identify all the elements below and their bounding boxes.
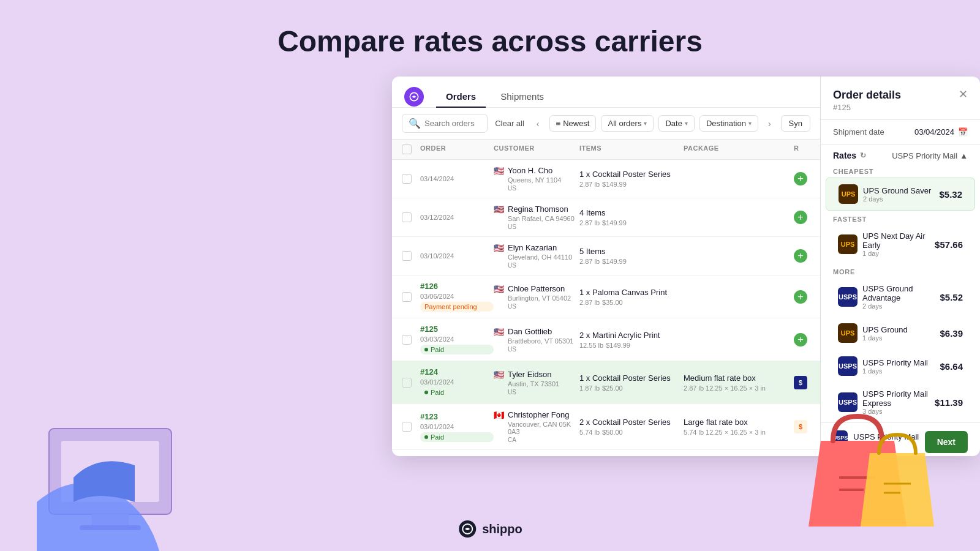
app-logo — [404, 87, 424, 107]
decoration-right — [772, 392, 943, 551]
tab-orders[interactable]: Orders — [436, 86, 486, 108]
calendar-icon[interactable]: 📅 — [958, 127, 968, 137]
rates-header: Rates ↻ USPS Priority Mail ▲ — [821, 144, 980, 164]
order-date: 03/14/2024 — [420, 175, 494, 182]
sort-icon: ≡ — [556, 119, 561, 128]
next-arrow[interactable]: › — [763, 116, 776, 131]
rate-badge: $ — [794, 376, 807, 389]
carrier-name: USPS Priority Mail — [862, 358, 928, 367]
items-meta: 2.87 lb $149.99 — [579, 258, 684, 265]
filter-destination-button[interactable]: Destination ▾ — [699, 115, 758, 132]
customer-name: Elyn Kazarian — [508, 243, 572, 252]
order-number: #126 — [420, 282, 494, 291]
items-meta: 2.87 lb $149.99 — [579, 181, 684, 188]
flag-icon: 🇨🇦 — [494, 410, 504, 420]
table-row[interactable]: 03/12/2024 🇺🇸 Regina Thomson San Rafael,… — [392, 198, 820, 237]
refresh-icon[interactable]: ↻ — [860, 151, 866, 160]
items-meta: 2.87 lb $35.00 — [579, 299, 684, 306]
clear-all-button[interactable]: Clear all — [492, 119, 527, 128]
customer-location: Austin, TX 73301 — [508, 380, 559, 388]
items-info: 2 x Martini Acrylic Print 12.55 lb $149.… — [579, 331, 684, 349]
table-row[interactable]: #123 03/01/2024 Paid 🇨🇦 Christopher Fong… — [392, 404, 820, 450]
country-code: CA — [508, 437, 579, 443]
flag-icon: 🇺🇸 — [494, 327, 504, 337]
row-checkbox[interactable] — [402, 378, 412, 388]
prev-arrow[interactable]: ‹ — [532, 116, 545, 131]
items-meta: 2.87 lb $149.99 — [579, 219, 684, 227]
customer-col-header: CUSTOMER — [494, 144, 579, 154]
order-info: #123 03/01/2024 Paid — [420, 412, 494, 442]
order-number: #124 — [420, 367, 494, 377]
table-row[interactable]: #126 03/06/2024 Payment pending 🇺🇸 Chloe… — [392, 276, 820, 318]
items-name: 1 x Cocktail Poster Series — [579, 170, 684, 179]
row-checkbox[interactable] — [402, 422, 412, 432]
row-checkbox[interactable] — [402, 292, 412, 302]
tab-shipments[interactable]: Shipments — [491, 86, 554, 108]
add-package-button[interactable]: + — [794, 172, 807, 186]
customer-location: Cleveland, OH 44110 — [508, 253, 572, 261]
add-package-button[interactable]: + — [794, 333, 807, 347]
chevron-down-icon: ▾ — [644, 120, 647, 127]
table-row[interactable]: 03/14/2024 🇺🇸 Yoon H. Cho Queens, NY 110… — [392, 160, 820, 198]
items-info: 1 x Paloma Canvas Print 2.87 lb $35.00 — [579, 288, 684, 306]
search-input[interactable] — [424, 119, 481, 128]
price-value: $5.52 — [940, 292, 963, 302]
rate-row-ups-next-day[interactable]: UPS UPS Next Day Air Early 1 day $57.66 — [826, 225, 975, 263]
decoration-left — [37, 380, 233, 551]
rate-row-ups-ground[interactable]: UPS UPS Ground 1 days $6.39 — [826, 317, 975, 349]
customer-location: Vancouver, CAN 05K 0A3 — [508, 421, 579, 435]
table-row[interactable]: #122 02/24/2024 Shipped 🇺🇸 Adhi Zhaksyba… — [392, 450, 820, 456]
flag-icon: 🇺🇸 — [494, 243, 504, 253]
row-checkbox[interactable] — [402, 212, 412, 222]
status-badge: Paid — [420, 345, 494, 354]
sync-button[interactable]: Syn — [781, 115, 810, 132]
items-info: 2 x Cocktail Poster Series 5.74 lb $50.0… — [579, 418, 684, 436]
carrier-name: UPS Next Day Air Early — [862, 231, 935, 250]
chevron-up-icon[interactable]: ▲ — [960, 151, 968, 160]
row-checkbox[interactable] — [402, 251, 412, 261]
add-package-button[interactable]: + — [794, 290, 807, 304]
customer-info: 🇺🇸 Dan Gottlieb Brattleboro, VT 05301 US — [494, 327, 579, 353]
order-date: 03/06/2024 — [420, 293, 494, 300]
table-row[interactable]: #125 03/03/2024 Paid 🇺🇸 Dan Gottlieb Bra… — [392, 318, 820, 361]
items-name: 4 Items — [579, 208, 684, 217]
items-name: 2 x Cocktail Poster Series — [579, 418, 684, 427]
carrier-name: UPS Ground — [862, 325, 908, 334]
table-row[interactable]: 03/10/2024 🇺🇸 Elyn Kazarian Cleveland, O… — [392, 237, 820, 276]
customer-info: 🇺🇸 Regina Thomson San Rafael, CA 94960 U… — [494, 204, 579, 230]
customer-info: 🇺🇸 Tyler Eidson Austin, TX 73301 US — [494, 370, 579, 395]
customer-name: Chloe Patterson — [508, 284, 571, 293]
order-number: #123 — [420, 412, 494, 421]
package-name: Medium flat rate box — [684, 373, 794, 383]
row-checkbox[interactable] — [402, 335, 412, 345]
cheapest-section-label: CHEAPEST — [821, 164, 980, 178]
select-all-checkbox[interactable] — [402, 144, 412, 154]
close-button[interactable]: ✕ — [959, 89, 968, 100]
price-value: $57.66 — [935, 239, 963, 250]
country-code: US — [508, 185, 561, 192]
page-title: Compare rates across carriers — [0, 0, 980, 77]
fastest-section-label: FASTEST — [821, 212, 980, 225]
toolbar: 🔍 Clear all ‹ ≡ Newest All orders ▾ Date… — [392, 108, 820, 140]
items-name: 1 x Cocktail Poster Series — [579, 373, 684, 383]
order-col-header: ORDER — [420, 144, 494, 154]
search-box[interactable]: 🔍 — [402, 114, 488, 133]
sort-newest-button[interactable]: ≡ Newest — [549, 115, 597, 132]
add-package-button[interactable]: + — [794, 249, 807, 263]
rate-row-usps-ground-advantage[interactable]: USPS USPS Ground Advantage 2 days $5.52 — [826, 278, 975, 316]
shipment-date-value: 03/04/2024 — [914, 127, 954, 137]
rate-row-ups-ground-saver[interactable]: UPS UPS Ground Saver 2 days $5.32 — [826, 178, 975, 211]
selected-carrier-label: USPS Priority Mail — [892, 151, 957, 160]
customer-name: Yoon H. Cho — [508, 166, 561, 175]
row-checkbox[interactable] — [402, 174, 412, 184]
carrier-days: 1 days — [862, 334, 908, 342]
filter-all-orders-button[interactable]: All orders ▾ — [601, 115, 654, 132]
details-header: Order details #125 ✕ — [821, 77, 980, 120]
chevron-down-icon: ▾ — [685, 120, 688, 127]
rate-row-usps-priority[interactable]: USPS USPS Priority Mail 1 days $6.64 — [826, 350, 975, 382]
more-section-label: MORE — [821, 264, 980, 278]
add-package-button[interactable]: + — [794, 211, 807, 224]
table-row[interactable]: #124 03/01/2024 Paid 🇺🇸 Tyler Eidson Aus… — [392, 361, 820, 404]
customer-location: Brattleboro, VT 05301 — [508, 337, 573, 345]
filter-date-button[interactable]: Date ▾ — [658, 115, 694, 132]
